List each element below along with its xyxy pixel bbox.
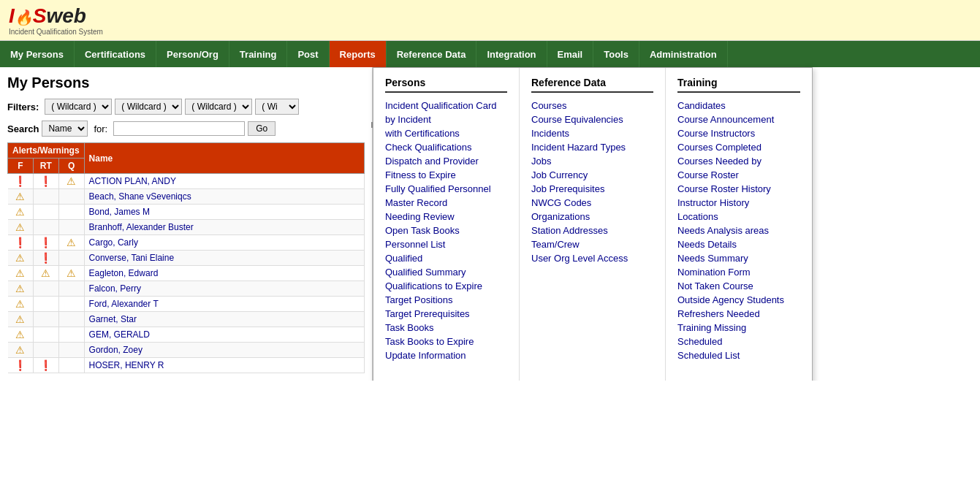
person-link[interactable]: Garnet, Star: [89, 314, 137, 324]
menu-item[interactable]: Course Roster: [677, 168, 800, 182]
menu-item[interactable]: Dispatch and Provider: [385, 154, 507, 168]
menu-item[interactable]: Not Taken Course: [677, 279, 800, 293]
refdata-menu-col: Reference Data CoursesCourse Equivalenci…: [520, 68, 666, 381]
refdata-menu-items: CoursesCourse EquivalenciesIncidentsInci…: [531, 99, 653, 265]
menu-item[interactable]: Task Books to Expire: [385, 335, 507, 348]
person-link[interactable]: GEM, GERALD: [89, 329, 150, 340]
nav-item-training[interactable]: Training: [229, 41, 288, 67]
alerts-warnings-header: Alerts/Warnings: [8, 143, 85, 159]
table-row: ⚠ GEM, GERALD: [8, 327, 365, 343]
nav-item-administration[interactable]: Administration: [639, 41, 728, 67]
table-row: ⚠ Bond, James M: [8, 205, 365, 220]
menu-item[interactable]: Qualified Summary: [385, 265, 507, 279]
logo-web: web: [46, 4, 86, 27]
menu-item[interactable]: Courses Needed by: [677, 154, 800, 168]
menu-item[interactable]: Task Books: [385, 321, 507, 335]
menu-item[interactable]: Incident Qualification Card: [385, 99, 507, 112]
logo-iq: I: [9, 4, 15, 27]
menu-item[interactable]: Incidents: [531, 126, 653, 140]
menu-item[interactable]: User Org Level Access: [531, 251, 653, 265]
logo-area: I🔥Sweb Incident Qualification System: [9, 6, 103, 36]
menu-item[interactable]: Scheduled: [677, 335, 800, 348]
nav-item-reference-data[interactable]: Reference Data: [387, 41, 477, 67]
rt-cell: [33, 205, 58, 220]
nav-item-my-persons[interactable]: My Persons: [0, 41, 75, 67]
q-cell: ⚠: [58, 174, 84, 189]
menu-item[interactable]: Needs Summary: [677, 251, 800, 265]
filter4-select[interactable]: ( Wi: [255, 99, 299, 115]
name-cell: ACTION PLAN, ANDY: [84, 174, 364, 189]
search-field-select[interactable]: Name: [42, 121, 88, 137]
menu-item[interactable]: Team/Crew: [531, 237, 653, 251]
menu-item[interactable]: Organizations: [531, 210, 653, 224]
nav-item-reports[interactable]: Reports: [330, 41, 387, 67]
menu-item[interactable]: Nomination Form: [677, 265, 800, 279]
name-cell: GEM, GERALD: [84, 327, 364, 343]
menu-item[interactable]: Courses Completed: [677, 140, 800, 154]
menu-item[interactable]: Station Addresses: [531, 224, 653, 237]
menu-item[interactable]: Needs Details: [677, 237, 800, 251]
menu-item[interactable]: Courses: [531, 99, 653, 112]
menu-item[interactable]: Locations: [677, 210, 800, 224]
menu-item[interactable]: Refreshers Needed: [677, 307, 800, 321]
menu-item[interactable]: Course Announcement: [677, 112, 800, 126]
nav-item-integration[interactable]: Integration: [476, 41, 547, 67]
menu-item[interactable]: Update Information: [385, 348, 507, 362]
menu-item[interactable]: Outside Agency Students: [677, 293, 800, 307]
menu-item[interactable]: Course Equivalencies: [531, 112, 653, 126]
person-link[interactable]: Cargo, Carly: [89, 237, 138, 248]
person-link[interactable]: Gordon, Zoey: [89, 345, 143, 355]
menu-item[interactable]: Candidates: [677, 99, 800, 112]
menu-item[interactable]: Master Record: [385, 196, 507, 210]
menu-item[interactable]: Fitness to Expire: [385, 168, 507, 182]
person-link[interactable]: Ford, Alexander T: [89, 299, 159, 309]
rt-cell: ⚠: [33, 266, 58, 281]
menu-item[interactable]: Job Prerequisites: [531, 182, 653, 196]
menu-item[interactable]: Check Qualifications: [385, 140, 507, 154]
menu-item[interactable]: Target Positions: [385, 293, 507, 307]
menu-item[interactable]: Jobs: [531, 154, 653, 168]
rt-cell: ❗: [33, 235, 58, 251]
menu-item[interactable]: by Incident: [385, 112, 507, 126]
person-link[interactable]: Eagleton, Edward: [89, 268, 159, 278]
menu-item[interactable]: NWCG Codes: [531, 196, 653, 210]
table-row: ⚠ Beach, Shane vSeveniqcs: [8, 189, 365, 205]
logo: I🔥Sweb: [9, 6, 103, 26]
navbar: My PersonsCertificationsPerson/OrgTraini…: [0, 41, 980, 67]
search-input[interactable]: [113, 121, 245, 136]
person-link[interactable]: HOSER, HENRY R: [89, 360, 164, 370]
person-link[interactable]: Beach, Shane vSeveniqcs: [89, 191, 191, 202]
filter3-select[interactable]: ( Wildcard ): [185, 99, 252, 115]
person-link[interactable]: Bond, James M: [89, 207, 150, 217]
menu-item[interactable]: Incident Hazard Types: [531, 140, 653, 154]
menu-item[interactable]: Training Missing: [677, 321, 800, 335]
menu-item[interactable]: Fully Qualified Personnel: [385, 182, 507, 196]
nav-item-person-org[interactable]: Person/Org: [156, 41, 229, 67]
menu-item[interactable]: Instructor History: [677, 196, 800, 210]
menu-item[interactable]: Course Roster History: [677, 182, 800, 196]
menu-item[interactable]: Scheduled List: [677, 348, 800, 362]
menu-item[interactable]: Needs Analysis areas: [677, 224, 800, 237]
rt-cell: ❗: [33, 174, 58, 189]
person-link[interactable]: ACTION PLAN, ANDY: [89, 176, 176, 186]
nav-item-tools[interactable]: Tools: [593, 41, 639, 67]
menu-item[interactable]: with Certifications: [385, 126, 507, 140]
go-button[interactable]: Go: [248, 121, 276, 136]
nav-item-post[interactable]: Post: [287, 41, 329, 67]
rt-cell: [33, 343, 58, 358]
menu-item[interactable]: Qualified: [385, 251, 507, 265]
filter1-select[interactable]: ( Wildcard ): [45, 99, 112, 115]
menu-item[interactable]: Job Currency: [531, 168, 653, 182]
nav-item-certifications[interactable]: Certifications: [75, 41, 156, 67]
filter2-select[interactable]: ( Wildcard ): [115, 99, 182, 115]
nav-item-email[interactable]: Email: [547, 41, 594, 67]
menu-item[interactable]: Qualifications to Expire: [385, 279, 507, 293]
menu-item[interactable]: Course Instructors: [677, 126, 800, 140]
person-link[interactable]: Converse, Tani Elaine: [89, 253, 175, 263]
person-link[interactable]: Falcon, Perry: [89, 283, 141, 294]
menu-item[interactable]: Personnel List: [385, 237, 507, 251]
menu-item[interactable]: Target Prerequisites: [385, 307, 507, 321]
menu-item[interactable]: Needing Review: [385, 210, 507, 224]
person-link[interactable]: Branhoff, Alexander Buster: [89, 222, 194, 232]
menu-item[interactable]: Open Task Books: [385, 224, 507, 237]
